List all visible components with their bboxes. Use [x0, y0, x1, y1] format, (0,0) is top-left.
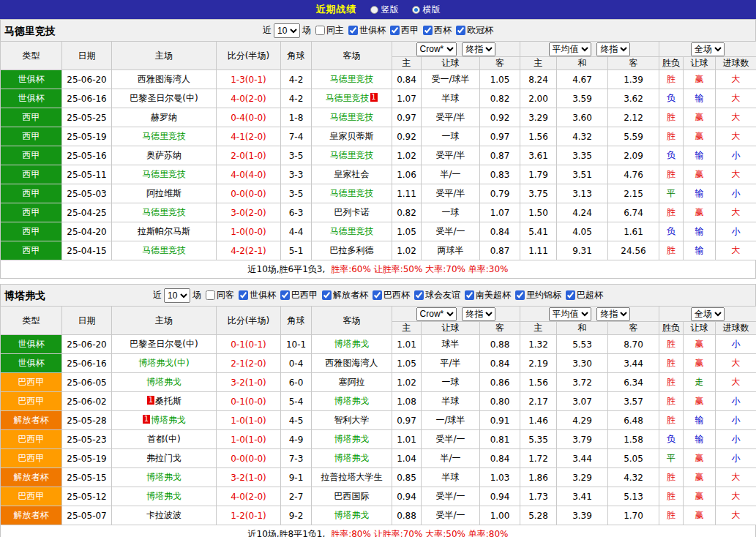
home-team-name[interactable]: 阿拉维斯	[146, 188, 181, 198]
away-team-name[interactable]: 博塔弗戈	[334, 453, 370, 463]
match-score[interactable]: 4-0(2-0)	[217, 89, 281, 108]
bookmaker-select[interactable]: Crow*	[416, 307, 457, 321]
home-team-name[interactable]: 桑托斯	[155, 396, 181, 406]
scope-select[interactable]: 全场	[691, 307, 725, 321]
asian-odds-time-select[interactable]: 终指	[462, 307, 495, 321]
home-team-name[interactable]: 奥萨苏纳	[146, 150, 181, 160]
away-team-name[interactable]: 塞阿拉	[339, 377, 365, 387]
home-team-name[interactable]: 马德里竞技	[142, 131, 186, 141]
away-team-name[interactable]: 马德里竞技	[330, 150, 374, 160]
home-team-name[interactable]: 博塔弗戈(中)	[138, 358, 189, 368]
radio-selected-icon[interactable]	[412, 6, 420, 14]
match-score[interactable]: 1-2(0-1)	[217, 506, 281, 525]
competition-filter[interactable]: 西甲	[386, 24, 419, 37]
euro-odds-time-select[interactable]: 终指	[596, 42, 630, 56]
away-team-name[interactable]: 巴西国际	[334, 491, 370, 501]
competition-filter[interactable]: 球会友谊	[410, 289, 460, 301]
match-score[interactable]: 0-0(0-0)	[217, 184, 281, 203]
home-team-name[interactable]: 赫罗纳	[151, 112, 177, 122]
away-team-name[interactable]: 马德里竞技	[330, 226, 374, 236]
same-side-filter[interactable]: 同客	[201, 289, 234, 301]
home-team-name[interactable]: 拉斯帕尔马斯	[138, 226, 190, 236]
away-team-name[interactable]: 皇家贝蒂斯	[330, 131, 374, 141]
same-side-filter[interactable]: 同主	[311, 24, 344, 37]
match-score[interactable]: 4-0(2-0)	[217, 487, 281, 506]
home-team-name[interactable]: 首都(中)	[147, 434, 180, 444]
radio-unselected-icon[interactable]	[370, 6, 378, 14]
scope-select[interactable]: 全场	[691, 42, 725, 56]
away-team-name[interactable]: 马德里竞技	[326, 93, 370, 103]
competition-checkbox[interactable]	[456, 26, 465, 35]
away-team-name[interactable]: 皇家社会	[334, 169, 370, 179]
away-team-name[interactable]: 马德里竞技	[330, 188, 374, 198]
home-team-name[interactable]: 马德里竞技	[142, 207, 186, 217]
match-score[interactable]: 2-0(1-0)	[217, 146, 281, 165]
competition-filter[interactable]: 里约锦标	[511, 289, 561, 301]
match-score[interactable]: 1-3(0-1)	[217, 70, 281, 89]
competition-filter[interactable]: 巴西杯	[368, 289, 410, 301]
match-score[interactable]: 1-0(0-0)	[217, 222, 281, 241]
match-score[interactable]: 3-2(1-0)	[217, 373, 281, 392]
same-side-checkbox[interactable]	[206, 290, 215, 300]
match-score[interactable]: 0-1(0-1)	[217, 335, 281, 354]
home-team-name[interactable]: 马德里竞技	[142, 169, 186, 179]
competition-filter[interactable]: 巴西甲	[276, 289, 318, 301]
layout-option-vertical[interactable]: 竖版	[370, 4, 399, 16]
match-score[interactable]: 0-4(0-0)	[217, 108, 281, 127]
match-score[interactable]: 1-0(1-0)	[217, 430, 281, 449]
home-team-name[interactable]: 马德里竞技	[142, 245, 186, 255]
home-team-name[interactable]: 巴黎圣日尔曼(中)	[130, 93, 198, 103]
competition-filter[interactable]: 南美超杯	[460, 289, 511, 301]
competition-checkbox[interactable]	[465, 290, 474, 300]
match-score[interactable]: 3-2(1-0)	[217, 468, 281, 487]
away-team-name[interactable]: 马德里竞技	[330, 112, 374, 122]
layout-option-horizontal[interactable]: 横版	[412, 4, 441, 16]
away-team-name[interactable]: 西雅图海湾人	[326, 358, 378, 368]
competition-filter[interactable]: 欧冠杯	[452, 24, 493, 37]
competition-checkbox[interactable]	[280, 290, 290, 300]
same-side-checkbox[interactable]	[315, 26, 325, 35]
competition-checkbox[interactable]	[515, 290, 525, 300]
competition-checkbox[interactable]	[414, 290, 424, 300]
match-score[interactable]: 4-2(2-1)	[217, 241, 281, 260]
home-team-name[interactable]: 博塔弗戈	[146, 472, 181, 482]
away-team-name[interactable]: 马德里竞技	[330, 74, 374, 84]
home-team-name[interactable]: 博塔弗戈	[151, 415, 186, 425]
competition-filter[interactable]: 巴超杯	[561, 289, 603, 301]
match-score[interactable]: 0-1(0-0)	[217, 392, 281, 411]
match-score[interactable]: 1-0(1-0)	[217, 411, 281, 430]
euro-odds-source-select[interactable]: 平均值	[549, 42, 591, 56]
match-score[interactable]: 0-0(0-0)	[217, 449, 281, 468]
away-team-name[interactable]: 博塔弗戈	[334, 434, 370, 444]
away-team-name[interactable]: 博塔弗戈	[334, 396, 370, 406]
competition-checkbox[interactable]	[373, 290, 382, 300]
asian-odds-time-select[interactable]: 终指	[462, 42, 495, 56]
competition-filter[interactable]: 西杯	[419, 24, 452, 37]
match-score[interactable]: 4-0(4-0)	[217, 165, 281, 184]
competition-checkbox[interactable]	[348, 26, 358, 35]
competition-checkbox[interactable]	[566, 290, 575, 300]
competition-checkbox[interactable]	[322, 290, 332, 300]
match-score[interactable]: 2-1(2-0)	[217, 354, 281, 373]
match-count-select[interactable]: 10	[164, 288, 190, 303]
away-team-name[interactable]: 博塔弗戈	[334, 510, 370, 520]
competition-checkbox[interactable]	[423, 26, 433, 35]
home-team-name[interactable]: 博塔弗戈	[146, 491, 181, 501]
euro-odds-source-select[interactable]: 平均值	[549, 307, 591, 321]
euro-odds-time-select[interactable]: 终指	[596, 307, 630, 321]
away-team-name[interactable]: 智利大学	[334, 415, 370, 425]
home-team-name[interactable]: 弗拉门戈	[146, 453, 181, 463]
competition-checkbox[interactable]	[239, 290, 248, 300]
home-team-name[interactable]: 西雅图海湾人	[138, 74, 190, 84]
match-count-select[interactable]: 10	[274, 23, 300, 38]
away-team-name[interactable]: 拉普拉塔大学生	[321, 472, 383, 482]
match-score[interactable]: 4-1(2-0)	[217, 127, 281, 146]
home-team-name[interactable]: 巴黎圣日尔曼(中)	[130, 339, 198, 349]
competition-filter[interactable]: 世俱杯	[234, 289, 276, 301]
away-team-name[interactable]: 巴列卡诺	[334, 207, 370, 217]
competition-filter[interactable]: 解放者杯	[318, 289, 368, 301]
bookmaker-select[interactable]: Crow*	[416, 42, 457, 56]
home-team-name[interactable]: 博塔弗戈	[146, 377, 181, 387]
away-team-name[interactable]: 博塔弗戈	[334, 339, 370, 349]
match-score[interactable]: 3-0(2-0)	[217, 203, 281, 222]
